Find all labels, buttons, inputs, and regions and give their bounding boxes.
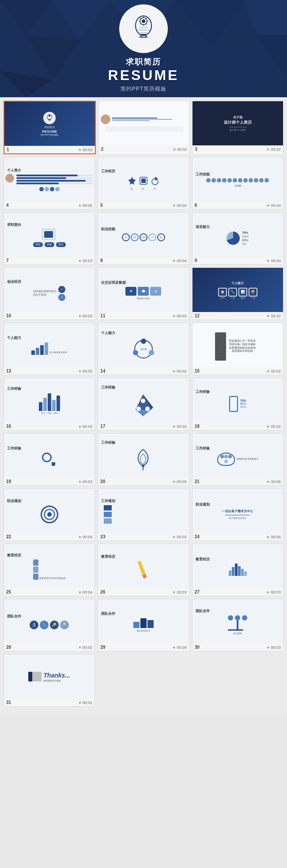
slide-2-time: ★ 00:02 — [173, 147, 187, 152]
slide-20-num: 20 — [100, 479, 105, 484]
slide-25[interactable]: 教育经历 教育背景学历经历详细信息 25 ★ 00:04 — [4, 544, 95, 596]
slide-28-time: ★ 00:02 — [78, 645, 93, 650]
slide-10-num: 10 — [6, 313, 11, 318]
slide-28[interactable]: 团队合作 🔬 🔧 🔑 💡 28 ★ 00:02 — [4, 599, 95, 651]
slide-28-num: 28 — [6, 645, 11, 650]
slide-26-num: 26 — [100, 590, 105, 594]
slide-30-num: 30 — [195, 645, 200, 650]
slide-4-time: ★ 00:05 — [78, 203, 93, 208]
slide-row-9: 教育经历 教育背景学历经历详细信息 25 ★ 00:04 — [4, 544, 283, 596]
slide-25-num: 25 — [6, 590, 11, 594]
slide-26[interactable]: 教育经历 26 ★ 00:03 — [98, 544, 189, 596]
slide-23[interactable]: 工作规划 — [98, 488, 189, 541]
slide-5[interactable]: 工作经历 做 时 间 — [98, 157, 189, 209]
slide-21-num: 21 — [195, 479, 200, 484]
slide-11[interactable]: 社交证明及数据 👁 💬 ♥ 数据统计展示 — [98, 267, 189, 320]
slide-16[interactable]: 工作经验 57%74%45% 16 ★ 00:03 — [4, 378, 95, 430]
slide-row-5: 个人能力 能力梯度展示图表 13 ★ 00:05 — [4, 323, 283, 375]
slide-19-num: 19 — [6, 479, 11, 484]
slide-8-num: 8 — [100, 258, 103, 263]
slide-23-time: ★ 00:02 — [172, 535, 187, 539]
svg-point-37 — [133, 350, 138, 355]
slide-2-num: 2 — [101, 147, 104, 152]
slide-row-1: 求职简历 RESUME 简约PPT简历模板 1 ★ 00:03 — [4, 101, 283, 154]
slide-30-time: ★ 00:03 — [266, 645, 281, 650]
brain-gear-icon — [128, 13, 159, 44]
svg-line-24 — [146, 18, 147, 19]
slide-15-time: ★ 00:02 — [266, 369, 281, 373]
slide-23-num: 23 — [100, 534, 105, 539]
svg-point-30 — [49, 115, 50, 117]
slide-3-time: ★ 00:02 — [266, 147, 281, 152]
slide-13-time: ★ 00:05 — [78, 369, 93, 373]
slide-14-time: ★ 00:02 — [172, 369, 187, 373]
slide-20[interactable]: 工作经验 20 ★ 00:05 — [98, 433, 189, 486]
slide-8[interactable]: 职业技能 AI PS CR AB FL 8 ★ 00:04 — [98, 212, 189, 265]
slide-3-num: 3 — [195, 147, 197, 152]
slide-15-num: 15 — [195, 369, 200, 373]
slide-17-num: 17 — [100, 424, 105, 429]
slide-12-num: 12 — [195, 313, 200, 318]
slide-9-num: 9 — [195, 258, 197, 263]
slide-11-time: ★ 00:03 — [172, 314, 187, 318]
slide-4[interactable]: 个人简介 — [4, 157, 95, 209]
slide-3[interactable]: 关于我 设计师个人简历 设计师/个人简历 3 ★ 00:02 — [192, 101, 283, 154]
slide-29-time: ★ 00:04 — [172, 645, 187, 650]
hero-title-cn: 求职简历 — [108, 57, 179, 67]
slide-row-10: 团队合作 🔬 🔧 🔑 💡 28 ★ 00:02 团队合作 — [4, 599, 283, 651]
slide-22[interactable]: 职业规划 22 ★ 00:04 — [4, 488, 95, 541]
slide-18-num: 18 — [195, 424, 200, 429]
svg-marker-31 — [128, 177, 136, 185]
svg-line-21 — [140, 18, 141, 19]
slide-9-time: ★ 00:04 — [266, 259, 281, 263]
svg-marker-11 — [212, 49, 274, 97]
slide-31[interactable]: Thanks... 感谢观看简历模板 31 ★ 00:02 — [4, 654, 95, 707]
slide-24[interactable]: 职业规划 一切以客户需求为中心 客户服务理念展示 24 ★ 00:05 — [192, 488, 283, 541]
slide-14[interactable]: 个人能力 设计师 — [98, 323, 189, 375]
slide-row-8: 职业规划 22 ★ 00:04 工作 — [4, 488, 283, 541]
slide-20-time: ★ 00:05 — [172, 480, 187, 484]
svg-point-45 — [136, 407, 141, 411]
slide-12[interactable]: 个人能力 🏠 住宅 🔧 工具 📊 图表 — [192, 267, 283, 320]
svg-rect-33 — [141, 179, 146, 183]
slide-21[interactable]: 工作经验 思维能力技术技能展示 — [192, 433, 283, 486]
slide-10[interactable]: 创业经历 创业项目描述内容介绍文字说明 ✓ ! — [4, 267, 95, 320]
slide-13-num: 13 — [6, 369, 11, 373]
slide-30[interactable]: 团队合作 知识树图 — [192, 599, 283, 651]
slide-18[interactable]: 工作经验 75% 97% 45% 18 ★ 00:02 — [192, 378, 283, 430]
slide-row-2: 个人简介 — [4, 157, 283, 209]
slide-22-time: ★ 00:04 — [78, 535, 93, 539]
slide-2[interactable]: 2 ★ 00:02 — [98, 101, 190, 154]
slide-25-time: ★ 00:04 — [78, 590, 93, 594]
slide-1-time: ★ 00:03 — [78, 148, 93, 152]
hero-title-en: RESUME — [108, 67, 179, 84]
slide-12-time: ★ 00:02 — [266, 314, 281, 318]
slide-27-time: ★ 00:03 — [266, 590, 281, 594]
slide-row-4: 创业经历 创业项目描述内容介绍文字说明 ✓ ! — [4, 267, 283, 320]
svg-point-40 — [218, 333, 223, 339]
svg-marker-5 — [177, 0, 243, 49]
slide-16-time: ★ 00:03 — [78, 424, 93, 429]
slide-7[interactable]: 求职意向 求职目标意向 — [4, 212, 95, 265]
slide-6[interactable]: 工作技能 技能圈 6 ★ 00:04 — [192, 157, 283, 209]
svg-point-47 — [142, 464, 144, 467]
slide-9[interactable]: 语言能力 78% 普通话 65% 英语 9 ★ 00:04 — [192, 212, 283, 265]
svg-line-23 — [140, 23, 141, 24]
slide-19-time: ★ 00:03 — [78, 480, 93, 484]
slide-17[interactable]: 工作经验 — [98, 378, 189, 430]
slide-5-num: 5 — [100, 203, 103, 208]
slide-24-time: ★ 00:05 — [266, 535, 281, 539]
hero-logo-circle — [119, 4, 168, 53]
slide-19[interactable]: 工作经验 19 ★ 00 — [4, 433, 95, 486]
slide-29[interactable]: 团队合作 组织架构展示 29 ★ 00:04 — [98, 599, 189, 651]
slide-1-num: 1 — [7, 147, 9, 152]
svg-marker-3 — [26, 35, 79, 80]
svg-marker-1 — [53, 0, 110, 40]
slide-15[interactable]: 职业规划人生一切充实而快乐每一段岁月都各自普通而特殊总的来讲是普通却又特别的 1… — [192, 323, 283, 375]
slide-8-time: ★ 00:04 — [172, 259, 187, 263]
slide-row-3: 求职意向 求职目标意向 — [4, 212, 283, 265]
slide-1[interactable]: 求职简历 RESUME 简约PPT简历模板 1 ★ 00:03 — [4, 101, 96, 154]
slide-13[interactable]: 个人能力 能力梯度展示图表 13 ★ 00:05 — [4, 323, 95, 375]
slide-17-time: ★ 00:02 — [172, 424, 187, 429]
slide-27[interactable]: 教育经历 27 ★ 00:03 — [192, 544, 283, 596]
